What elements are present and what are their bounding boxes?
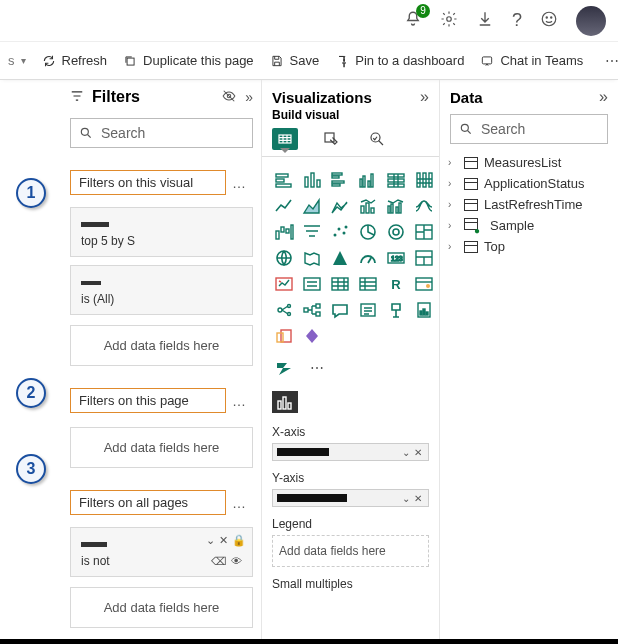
- pin-button[interactable]: Pin to a dashboard: [335, 53, 464, 68]
- dropdown-left[interactable]: s ▾: [8, 53, 26, 68]
- toolbar-more-icon[interactable]: ⋯: [599, 53, 618, 69]
- field-table-item[interactable]: › MeasuresList: [446, 152, 612, 173]
- filter-card[interactable]: top 5 by S: [70, 207, 253, 257]
- chevron-down-icon[interactable]: ⌄: [400, 493, 412, 504]
- svg-rect-36: [396, 207, 398, 213]
- chat-button[interactable]: Chat in Teams: [480, 53, 583, 68]
- legend-label: Legend: [272, 517, 429, 531]
- viz-type-waterfall[interactable]: [272, 221, 296, 243]
- viz-type-100-bar[interactable]: [384, 169, 408, 191]
- viz-type-decomposition[interactable]: [300, 299, 324, 321]
- viz-type-treemap[interactable]: [412, 221, 436, 243]
- chevron-down-icon[interactable]: ⌄: [400, 447, 412, 458]
- field-table-item[interactable]: › ● Sample: [446, 215, 612, 236]
- viz-type-clustered-column[interactable]: [356, 169, 380, 191]
- viz-type-azure-map[interactable]: [328, 247, 352, 269]
- download-icon[interactable]: [476, 10, 494, 32]
- data-search-placeholder: Search: [481, 121, 525, 137]
- viz-type-card[interactable]: 123: [384, 247, 408, 269]
- viz-type-automate[interactable]: [272, 357, 296, 379]
- viz-type-funnel[interactable]: [300, 221, 324, 243]
- feedback-icon[interactable]: [540, 10, 558, 32]
- xaxis-field[interactable]: ⌄✕: [272, 443, 429, 461]
- viz-type-table[interactable]: [328, 273, 352, 295]
- all-section-more[interactable]: …: [226, 495, 253, 511]
- viz-type-stacked-bar[interactable]: [272, 169, 296, 191]
- field-table-item[interactable]: › Top: [446, 236, 612, 257]
- viz-type-area[interactable]: [300, 195, 324, 217]
- visibility-icon[interactable]: 👁: [231, 555, 242, 568]
- duplicate-button[interactable]: Duplicate this page: [123, 53, 254, 68]
- filters-visual-header[interactable]: Filters on this visual: [70, 170, 226, 195]
- filters-search[interactable]: Search: [70, 118, 253, 148]
- viz-type-qna[interactable]: [328, 299, 352, 321]
- viz-type-goals[interactable]: [384, 299, 408, 321]
- page-section-more[interactable]: …: [226, 393, 253, 409]
- visualization-gallery: 123 R: [262, 157, 439, 353]
- viz-type-line-stacked[interactable]: [356, 195, 380, 217]
- viz-type-scatter[interactable]: [328, 221, 352, 243]
- viz-type-stacked-area[interactable]: [328, 195, 352, 217]
- viz-type-pie[interactable]: [356, 221, 380, 243]
- viz-type-matrix[interactable]: [356, 273, 380, 295]
- lock-card-icon[interactable]: 🔒: [232, 534, 246, 547]
- filters-page-header[interactable]: Filters on this page: [70, 388, 226, 413]
- filters-all-header[interactable]: Filters on all pages: [70, 490, 226, 515]
- viz-type-100-column[interactable]: [412, 169, 436, 191]
- viz-type-powerapps[interactable]: [300, 325, 324, 347]
- visual-section-more[interactable]: …: [226, 175, 253, 191]
- collapse-viz-icon[interactable]: »: [420, 88, 429, 106]
- viz-type-stacked-column[interactable]: [300, 169, 324, 191]
- viz-type-line[interactable]: [272, 195, 296, 217]
- legend-add-field[interactable]: Add data fields here: [272, 535, 429, 567]
- more-visuals-icon[interactable]: ⋯: [304, 360, 331, 376]
- remove-field-icon[interactable]: ✕: [412, 447, 424, 458]
- viz-type-multi-card[interactable]: [412, 247, 436, 269]
- svg-rect-74: [283, 397, 286, 409]
- field-table-item[interactable]: › LastRefreshTime: [446, 194, 612, 215]
- viz-type-key-influencers[interactable]: [272, 299, 296, 321]
- viz-type-smart-narrative[interactable]: [356, 299, 380, 321]
- mode-build-icon[interactable]: [272, 128, 298, 150]
- page-toolbar: s ▾ Refresh Duplicate this page Save Pin…: [0, 42, 618, 80]
- refresh-button[interactable]: Refresh: [42, 53, 108, 68]
- viz-type-r[interactable]: R: [384, 273, 408, 295]
- viz-type-map[interactable]: [272, 247, 296, 269]
- erase-icon[interactable]: ⌫: [211, 555, 227, 568]
- remove-field-icon[interactable]: ✕: [412, 493, 424, 504]
- clear-card-icon[interactable]: ✕: [219, 534, 228, 547]
- mode-analytics-icon[interactable]: [364, 128, 390, 150]
- add-filter-all[interactable]: Add data fields here: [70, 587, 253, 628]
- viz-type-clustered-bar[interactable]: [328, 169, 352, 191]
- svg-point-42: [334, 234, 337, 237]
- viz-type-gauge[interactable]: [356, 247, 380, 269]
- selected-visual-icon[interactable]: [272, 391, 298, 413]
- save-button[interactable]: Save: [270, 53, 320, 68]
- expand-card-icon[interactable]: ⌄: [206, 534, 215, 547]
- collapse-data-icon[interactable]: »: [599, 88, 608, 106]
- hide-filters-icon[interactable]: [221, 89, 237, 106]
- help-icon[interactable]: ?: [512, 10, 522, 31]
- viz-type-slicer[interactable]: [300, 273, 324, 295]
- viz-type-kpi[interactable]: [272, 273, 296, 295]
- mode-format-icon[interactable]: [318, 128, 344, 150]
- notifications-icon[interactable]: 9: [404, 10, 422, 32]
- viz-type-donut[interactable]: [384, 221, 408, 243]
- data-search[interactable]: Search: [450, 114, 608, 144]
- collapse-filters-icon[interactable]: »: [245, 89, 253, 105]
- field-table-item[interactable]: › ApplicationStatus: [446, 173, 612, 194]
- filter-card[interactable]: ⌄ ✕ 🔒 is not ⌫ 👁: [70, 527, 253, 577]
- filters-title: Filters: [92, 88, 213, 106]
- viz-type-filled-map[interactable]: [300, 247, 324, 269]
- settings-icon[interactable]: [440, 10, 458, 32]
- yaxis-field[interactable]: ⌄✕: [272, 489, 429, 507]
- avatar[interactable]: [576, 6, 606, 36]
- add-filter-page[interactable]: Add data fields here: [70, 427, 253, 468]
- viz-type-line-clustered[interactable]: [384, 195, 408, 217]
- add-filter-visual[interactable]: Add data fields here: [70, 325, 253, 366]
- viz-type-app[interactable]: [272, 325, 296, 347]
- viz-type-ribbon[interactable]: [412, 195, 436, 217]
- filter-card[interactable]: is (All): [70, 265, 253, 315]
- viz-type-py[interactable]: [412, 273, 436, 295]
- viz-type-paginated[interactable]: [412, 299, 436, 321]
